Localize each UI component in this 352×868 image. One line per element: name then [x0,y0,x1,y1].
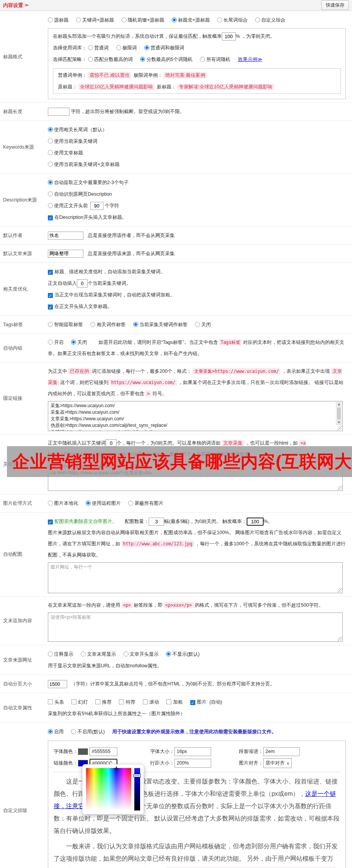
hint-text: 总是直接使用该作者，而不会从网页采集 [88,233,174,238]
scroll-up-icon[interactable] [336,402,342,407]
radio-current-keywords-tags[interactable]: 当前采集关键词作标签 [133,319,188,330]
radio-keywords-plus-title[interactable]: 使用当前采集关键词+文章标题 [48,159,120,170]
radio-hide-source[interactable]: 不显示(默认) [166,648,200,660]
radio-label: 不启用(默认) [77,729,105,734]
radio-typeset-enable[interactable]: 启用 [48,726,64,738]
image-urls-textarea[interactable]: 图片网址，每行一个 [48,562,343,593]
scroll-thumb[interactable] [337,408,341,420]
radio-show-at-start[interactable]: 文章开头显示 [124,648,159,660]
image-align-select[interactable]: 居中对齐 [263,758,292,768]
checkbox-icon [119,699,124,704]
radio-custom-combo[interactable]: 自定义组合 [255,14,286,26]
default-author-input[interactable] [48,232,83,240]
radio-highest-score[interactable]: 匹配分数最高的词 [88,54,133,65]
radio-longtail-combo[interactable]: 长尾词组合 [217,14,248,26]
radio-innerlink-off[interactable]: 关闭 [71,337,87,348]
radio-both-words[interactable]: 普通词和极限词 [144,42,184,54]
radio-clickbait-source-title[interactable]: 标题党+源标题 [172,14,210,26]
slider-handle[interactable] [134,774,141,777]
radio-auto-extract-sentences[interactable]: 自动提取正文中最重要的2-3个句子 [48,177,129,188]
radio-remote-images[interactable]: 使用远程图片 [86,497,121,509]
radio-prefix-source-title[interactable]: 随机前缀+源标题 [122,14,164,26]
radio-icon [217,17,222,22]
radio-keyword-source-title[interactable]: 关键词+源标题 [76,14,114,26]
description-chars-input[interactable] [90,202,103,210]
picker-crosshair-icon[interactable] [114,764,119,773]
page-size-input[interactable] [48,680,67,688]
checkbox-label: 滚动 [149,699,159,705]
insert-keywords-count-input[interactable] [77,279,88,288]
checkbox-label: 头条 [54,699,64,705]
field-label: 图片对齐： [239,760,263,766]
font-color-swatch[interactable] [78,748,88,755]
default-source-input[interactable] [48,250,83,258]
font-size-input[interactable]: 16px [174,747,211,756]
trigger-probability-input[interactable] [222,32,236,41]
resize-handle-icon[interactable] [338,426,342,430]
radio-icon-selected [133,322,138,327]
radio-extreme-words[interactable]: 极限词 [116,42,137,54]
checkbox-bold-keywords[interactable]: 当正文中出现当前采集关键词时，自动把该关键词加粗。 [48,289,175,301]
radio-label: 源标题 [54,17,69,23]
checkbox-attr-special[interactable]: 特荐 [119,696,135,708]
fixed-links-textarea[interactable]: 采集>https://www.ucaiyun.com/ 采集器>https://… [48,401,343,431]
radio-innerlink-on[interactable]: 开启 [48,337,64,348]
row-label: 图片处理方式 [0,494,46,512]
radio-top5-random[interactable]: 分数最高的5个词随机 [140,54,192,65]
append-content-textarea[interactable]: 请使用<p>段落标签 [48,613,343,642]
resize-handle-icon[interactable] [338,486,342,490]
hint-text: 在文章末尾追加一段内容，请使用 [48,602,120,608]
indent-input[interactable]: 2em [263,747,300,756]
color-picker-saturation-area[interactable] [86,768,131,810]
radio-article-title[interactable]: 使用文章标题 [48,147,83,159]
checkbox-add-keywords-low-relevance[interactable]: 标题、描述相关度低时，自动添加当前采集关键词。 [48,266,166,277]
resize-handle-icon[interactable] [338,637,342,641]
radio-label: 图片本地化 [54,501,78,506]
content-settings-page: 内容设置 快速保存 标题格式 源标题 关键词+源标题 随机前缀+源标题 标题党+… [0,0,352,868]
radio-related-longtail[interactable]: 使用相关长尾词（默认） [48,124,107,135]
radio-detect-page-description[interactable]: 自动识别原网页Description [48,188,112,200]
radio-all-random[interactable]: 所有词随机 [200,54,230,65]
radio-icon-selected [71,340,76,345]
radio-normal-words[interactable]: 普通词 [88,42,109,54]
title-length-input[interactable] [48,108,69,116]
checkbox-attr-slide[interactable]: 幻灯 [71,696,88,708]
radio-block-images[interactable]: 屏蔽所有图片 [128,497,163,509]
radio-show-at-end[interactable]: 文章末尾显示 [81,648,116,660]
radio-related-words-tags[interactable]: 相关词作标签 [90,319,125,330]
radio-label: 文章末尾显示 [87,651,116,657]
scrollbar[interactable] [336,402,342,425]
effect-example-link[interactable]: 效果示例≫ [238,57,262,62]
checkbox-attr-bold[interactable]: 加粗 [166,696,183,708]
resize-handle-icon[interactable] [338,588,342,592]
radio-source-title[interactable]: 源标题 [48,14,69,26]
header-bar: 内容设置 快速保存 [0,0,352,11]
radio-smart-tags[interactable]: 智能提取标签 [48,319,83,330]
radio-current-keywords[interactable]: 使用当前采集关键词 [48,135,98,147]
line-height-input[interactable]: 200% [174,759,211,768]
chevron-down-icon[interactable] [24,3,29,8]
checkbox-delete-original-images[interactable]: 配图前先删除原文自带图片。 [48,516,117,527]
radio-show-as-comment[interactable]: 注释显示 [48,648,73,660]
image-probability-input[interactable] [247,518,264,526]
image-count-input[interactable] [149,518,164,526]
checkbox-attr-headline[interactable]: 头条 [48,696,64,708]
radio-localize-images[interactable]: 图片本地化 [48,497,78,509]
checkbox-insert-title-at-start[interactable]: 在正文开头插入文章标题。 [48,301,112,312]
example-label: 极限词举例： [134,73,162,78]
font-color-input[interactable]: #555555 [90,747,117,756]
checkbox-insert-title-in-description[interactable]: 在Description开头插入文章标题。 [48,212,127,223]
checkbox-attr-recommend[interactable]: 推荐 [95,696,112,708]
checkbox-attr-scroll[interactable]: 滚动 [143,696,159,708]
radio-tags-off[interactable]: 关闭 [195,319,211,330]
quick-save-button[interactable]: 快速保存 [321,0,349,10]
radio-icon [48,322,53,327]
color-picker-hue-slider[interactable] [134,768,140,810]
radio-icon [71,729,76,734]
field-label: 链接颜色： [54,760,78,766]
checkbox-attr-image[interactable]: 图片 [190,696,206,708]
scroll-down-icon[interactable] [336,420,342,425]
row-label: Tags标签 [0,316,46,333]
radio-use-body-start[interactable]: 使用正文开头前 [48,200,88,212]
radio-typeset-disable[interactable]: 不启用(默认) [71,726,105,738]
